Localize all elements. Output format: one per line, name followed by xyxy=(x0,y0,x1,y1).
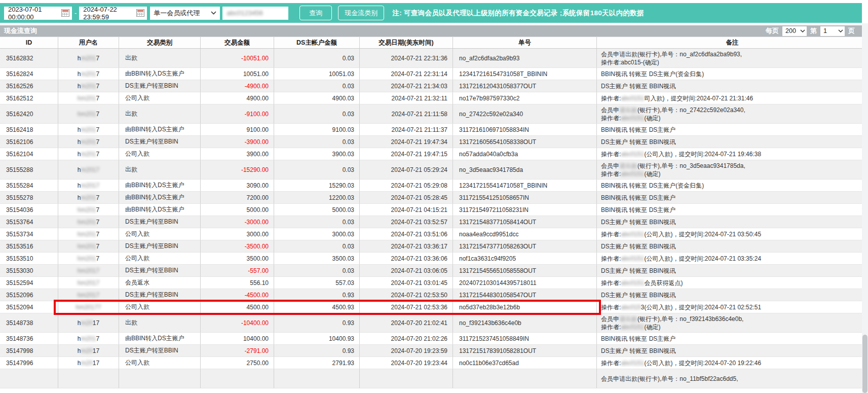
date-to-input[interactable]: 2024-07-22 23:59:59 xyxy=(79,7,147,20)
per-page-label: 每页 xyxy=(766,26,779,35)
cell-amount: 10400.00 xyxy=(201,333,274,345)
blurred-text: m201 xyxy=(81,335,96,342)
header-cell-remark: 备注 xyxy=(597,37,868,49)
cell-remark: 操作者:abc0151司入款)，提交时间:2024-07-21 21:31:46 xyxy=(597,92,868,104)
cell-balance: 5000.03 xyxy=(274,204,360,216)
cell-balance: 0.93 xyxy=(274,313,360,333)
cell-balance: 15290.03 xyxy=(274,180,360,192)
table-row: 35153764hm2017DS主账户转至BBIN-3000.000.03202… xyxy=(0,216,868,228)
date-from-value: 2023-07-01 00:00:00 xyxy=(8,6,61,21)
cell-date: 2024-07-21 22:31:14 xyxy=(360,68,453,80)
remark-line: DS主账户 转账至 BBIN视讯 xyxy=(601,242,675,251)
blurred-text: m201 xyxy=(81,194,96,201)
remark-line: BBIN视讯 转账至 DS主账户 xyxy=(601,206,675,214)
page-suffix-label: 页 xyxy=(848,26,855,35)
header-cell-amount: 交易金额 xyxy=(201,37,274,49)
cell-date: 2024-07-21 03:36:06 xyxy=(360,253,453,265)
cell-date: 2024-07-20 21:02:26 xyxy=(360,333,453,345)
amount-value: -10400.00 xyxy=(241,319,269,327)
cell-type: 由BBIN转入DS主账户 xyxy=(119,192,201,204)
cell-date: 2024-07-21 02:53:50 xyxy=(360,289,453,301)
cell-amount: -9100.00 xyxy=(201,104,274,124)
cell-order: 3117215237451058849IN xyxy=(453,333,597,345)
per-page-select[interactable]: 200 xyxy=(782,26,807,36)
cell-username: hm2017 xyxy=(58,313,119,333)
table-header: ID用户名交易类别交易金额DS主帐户金额交易日期(美东时间)单号备注 xyxy=(0,37,868,49)
page-number-select[interactable]: 1 xyxy=(820,26,845,36)
cell-amount: 556.10 xyxy=(201,277,274,289)
blurred-text: hm201 xyxy=(78,255,96,262)
remark-line: BBIN视讯 转账至 DS主账户(资金归集) xyxy=(601,182,704,190)
cell-id: 35162420 xyxy=(0,104,58,124)
cell-order: 1317215483771058414OUT xyxy=(453,216,597,228)
cell-id: 35162512 xyxy=(0,92,58,104)
cell-remark: DS主账户 转账至 BBIN视讯 xyxy=(597,80,868,92)
remark-line: DS主账户 转账至 BBIN视讯 xyxy=(601,138,675,146)
cell-balance: 557.03 xyxy=(274,277,360,289)
cell-date: 2024-07-21 22:31:36 xyxy=(360,49,453,68)
cell-date: 2024-07-21 19:47:15 xyxy=(360,148,453,160)
amount-value: 3500.00 xyxy=(247,255,269,262)
scrollbar-thumb[interactable] xyxy=(862,335,867,393)
search-input[interactable]: abc0123456 xyxy=(222,7,288,20)
cell-order: 123417216154731058T_BBININ xyxy=(453,68,597,80)
cell-remark: DS主账户 转账至 BBIN视讯 xyxy=(597,289,868,301)
cell-date: 2024-07-21 03:51:06 xyxy=(360,228,453,240)
remark-line: 操作者:abc0151(确定) xyxy=(601,323,660,331)
cell-order: no_27422c592e02a340 xyxy=(453,104,597,124)
page-number-value: 1 xyxy=(823,27,827,34)
cell-id: 35153516 xyxy=(0,240,58,253)
cell-type xyxy=(119,369,201,388)
calendar-icon[interactable] xyxy=(136,9,144,17)
date-from-input[interactable]: 2023-07-01 00:00:00 xyxy=(4,7,72,20)
remark-line: BBIN视讯 转账至 DS主账户 xyxy=(601,335,675,343)
table-row: 35152094hm20177公司入款4500.004500.932024-07… xyxy=(0,301,868,313)
blurred-text: m2017 xyxy=(81,166,99,173)
table-row: 会员申请出款(银行卡),单号：no_11bf5bf22ac6dd5, xyxy=(0,369,868,388)
calendar-icon[interactable] xyxy=(61,9,69,17)
cell-order: no57adda040a0cfb3a xyxy=(453,148,597,160)
cell-username: hm2017 xyxy=(58,216,119,228)
cell-date: 2024-07-21 03:36:17 xyxy=(360,240,453,253)
cell-balance: 3000.03 xyxy=(274,228,360,240)
cell-id: 35147998 xyxy=(0,345,58,357)
table-body: 35162832hm2017出款-10051.000.032024-07-21 … xyxy=(0,49,868,388)
member-scope-select[interactable]: 单一会员或代理 xyxy=(150,7,220,20)
cell-id: 35153030 xyxy=(0,265,58,277)
cell-type: DS主账户转至BBIN xyxy=(119,80,201,92)
cell-order: nof1ca3631c94f9205 xyxy=(453,253,597,265)
remark-line: BBIN视讯 转账至 DS主账户(资金归集) xyxy=(601,70,704,78)
cell-order: 3117216106971058834IN xyxy=(453,124,597,136)
cell-date: 2024-07-20 21:02:41 xyxy=(360,313,453,333)
cell-id: 35152096 xyxy=(0,289,58,301)
scrollbar xyxy=(862,23,868,393)
table-row: 35153510hm2017公司入款3500.003500.032024-07-… xyxy=(0,253,868,265)
cell-remark: 操作者:abc0151会员获得返点) xyxy=(597,277,868,289)
cell-username: hm2017 xyxy=(58,192,119,204)
cell-date: 2024-07-21 05:29:24 xyxy=(360,160,453,180)
blurred-text: abc0151 xyxy=(621,151,644,158)
cell-username: hm2017 xyxy=(58,160,119,180)
cell-date: 2024-07-21 21:32:11 xyxy=(360,92,453,104)
table-row: 35155284hm2017由BBIN转入DS主账户3090.0015290.0… xyxy=(0,180,868,192)
cell-remark: 会员申请出款(银行卡),单号：no_11bf5bf22ac6dd5, xyxy=(597,369,868,388)
cell-type: 公司入款 xyxy=(119,92,201,104)
cell-order: no5d37eb28b3e12b6b xyxy=(453,301,597,313)
cell-remark: BBIN视讯 转账至 DS主账户(资金归集) xyxy=(597,180,868,192)
blurred-text: m20 xyxy=(81,347,92,354)
cell-balance: 9100.03 xyxy=(274,124,360,136)
cell-remark: 操作者:abc0151(公司入款)，提交时间:2024-07-21 03:50:… xyxy=(597,228,868,240)
amount-value: -557.00 xyxy=(248,267,269,274)
cell-date: 2024-07-21 02:53:36 xyxy=(360,301,453,313)
cell-username: hm2017 xyxy=(58,228,119,240)
cashflow-category-button[interactable]: 现金流类别 xyxy=(338,6,384,20)
blurred-text: m201 xyxy=(81,70,96,78)
remark-line: DS主账户 转账至 BBIN视讯 xyxy=(601,267,675,275)
cell-type: DS主账户转至BBIN xyxy=(119,265,201,277)
cell-username: hm2017 xyxy=(58,289,119,301)
cell-order: no17e7b987597330c2 xyxy=(453,92,597,104)
cell-balance: 3900.03 xyxy=(274,148,360,160)
query-button[interactable]: 查询 xyxy=(299,6,332,20)
cell-date: 2024-07-21 03:52:57 xyxy=(360,216,453,228)
cell-username: hm2017 xyxy=(58,49,119,68)
